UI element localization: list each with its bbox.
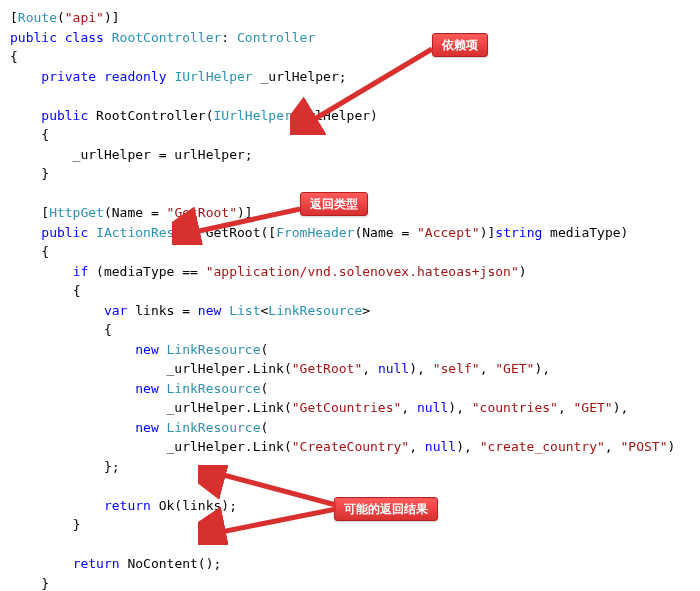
annotation-possible-results: 可能的返回结果	[334, 497, 438, 521]
annotation-return-type: 返回类型	[300, 192, 368, 216]
annotation-dependency: 依赖项	[432, 33, 488, 57]
